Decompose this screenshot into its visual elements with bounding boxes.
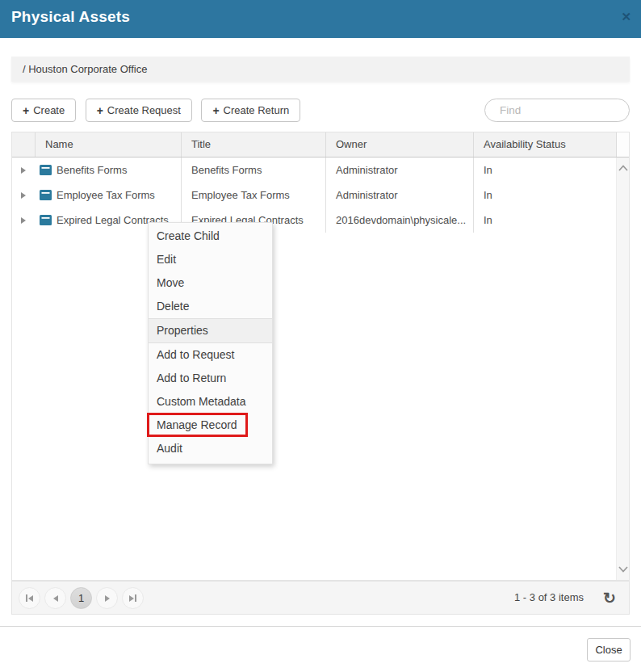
menu-item-move[interactable]: Move bbox=[149, 271, 272, 295]
row-availability-cell: In bbox=[473, 158, 616, 183]
vertical-scrollbar[interactable] bbox=[616, 158, 629, 580]
physical-assets-dialog: Physical Assets ✕ / Houston Corporate Of… bbox=[0, 0, 641, 672]
pager-bar: 1 1 - 3 of 3 items ↻ bbox=[11, 581, 630, 615]
menu-item-manage-record-label: Manage Record bbox=[157, 418, 237, 431]
create-button-label: Create bbox=[33, 104, 65, 116]
asset-box-icon bbox=[40, 215, 52, 225]
table-row[interactable]: Expired Legal Contracts Expired Legal Co… bbox=[12, 208, 629, 233]
toolbar: + Create + Create Request + Create Retur… bbox=[11, 99, 630, 122]
menu-item-audit[interactable]: Audit bbox=[149, 437, 272, 460]
menu-item-manage-record[interactable]: Manage Record bbox=[149, 414, 272, 437]
row-expand-cell bbox=[12, 183, 35, 208]
refresh-icon[interactable]: ↻ bbox=[603, 587, 616, 609]
menu-item-delete[interactable]: Delete bbox=[149, 295, 272, 318]
row-title-cell: Benefits Forms bbox=[181, 158, 325, 183]
assets-grid: Name Title Owner Availability Status Ben… bbox=[11, 132, 630, 581]
plus-icon: + bbox=[97, 104, 103, 117]
row-owner-cell: Administrator bbox=[325, 158, 473, 183]
column-header-expand bbox=[12, 132, 35, 157]
column-header-title[interactable]: Title bbox=[181, 132, 325, 157]
last-page-button[interactable] bbox=[122, 587, 144, 609]
column-header-name[interactable]: Name bbox=[35, 132, 181, 157]
grid-body: Benefits Forms Benefits Forms Administra… bbox=[12, 158, 629, 580]
page-1-button[interactable]: 1 bbox=[70, 587, 92, 609]
create-request-button-label: Create Request bbox=[107, 104, 181, 116]
row-name: Employee Tax Forms bbox=[57, 183, 155, 208]
create-return-button-label: Create Return bbox=[224, 104, 290, 116]
table-row[interactable]: Benefits Forms Benefits Forms Administra… bbox=[12, 158, 629, 183]
row-name-cell: Employee Tax Forms bbox=[35, 183, 181, 208]
find-input[interactable] bbox=[484, 99, 630, 122]
previous-page-button[interactable] bbox=[44, 587, 66, 609]
row-availability-cell: In bbox=[473, 208, 616, 233]
table-row[interactable]: Employee Tax Forms Employee Tax Forms Ad… bbox=[12, 183, 629, 208]
expand-arrow-icon[interactable] bbox=[21, 192, 26, 199]
first-page-button[interactable] bbox=[19, 587, 40, 609]
pager-buttons: 1 bbox=[19, 587, 148, 609]
first-page-icon bbox=[26, 594, 33, 602]
plus-icon: + bbox=[212, 104, 219, 117]
menu-item-edit[interactable]: Edit bbox=[149, 248, 272, 271]
create-return-button[interactable]: + Create Return bbox=[201, 99, 300, 122]
plus-icon: + bbox=[23, 104, 29, 117]
menu-item-properties[interactable]: Properties bbox=[149, 319, 272, 342]
asset-box-icon bbox=[40, 190, 52, 200]
footer-divider bbox=[0, 626, 641, 627]
breadcrumb: / Houston Corporate Office bbox=[11, 57, 630, 82]
previous-page-icon bbox=[53, 595, 58, 602]
dialog-title: Physical Assets bbox=[11, 8, 130, 26]
next-page-icon bbox=[105, 595, 110, 602]
menu-item-add-to-return[interactable]: Add to Return bbox=[149, 367, 272, 390]
asset-box-icon bbox=[40, 165, 52, 175]
column-header-availability[interactable]: Availability Status bbox=[473, 132, 616, 157]
dialog-titlebar: Physical Assets ✕ bbox=[0, 0, 641, 38]
row-owner-cell: 2016devdomain\physicale... bbox=[325, 208, 473, 233]
row-title-cell: Employee Tax Forms bbox=[181, 183, 325, 208]
column-header-owner[interactable]: Owner bbox=[325, 132, 473, 157]
row-owner-cell: Administrator bbox=[325, 183, 473, 208]
create-request-button[interactable]: + Create Request bbox=[86, 99, 192, 122]
menu-item-create-child[interactable]: Create Child bbox=[149, 225, 272, 248]
context-menu: Create Child Edit Move Delete Properties… bbox=[148, 222, 273, 464]
pager-info: 1 - 3 of 3 items bbox=[514, 582, 584, 614]
create-button[interactable]: + Create bbox=[11, 99, 76, 122]
expand-arrow-icon[interactable] bbox=[21, 167, 26, 174]
row-availability-cell: In bbox=[473, 183, 616, 208]
scroll-down-icon[interactable] bbox=[618, 566, 628, 573]
next-page-button[interactable] bbox=[96, 587, 118, 609]
scroll-up-icon[interactable] bbox=[618, 165, 628, 171]
row-name: Benefits Forms bbox=[57, 158, 127, 183]
expand-arrow-icon[interactable] bbox=[21, 217, 26, 224]
close-button[interactable]: Close bbox=[587, 638, 631, 662]
row-expand-cell bbox=[12, 208, 35, 233]
row-expand-cell bbox=[12, 158, 35, 183]
close-icon[interactable]: ✕ bbox=[621, 10, 631, 23]
menu-item-add-to-request[interactable]: Add to Request bbox=[149, 343, 272, 367]
menu-item-custom-metadata[interactable]: Custom Metadata bbox=[149, 390, 272, 414]
column-header-spacer bbox=[616, 132, 629, 157]
last-page-icon bbox=[129, 594, 136, 602]
row-name-cell: Benefits Forms bbox=[35, 158, 181, 183]
grid-header: Name Title Owner Availability Status bbox=[12, 132, 629, 158]
